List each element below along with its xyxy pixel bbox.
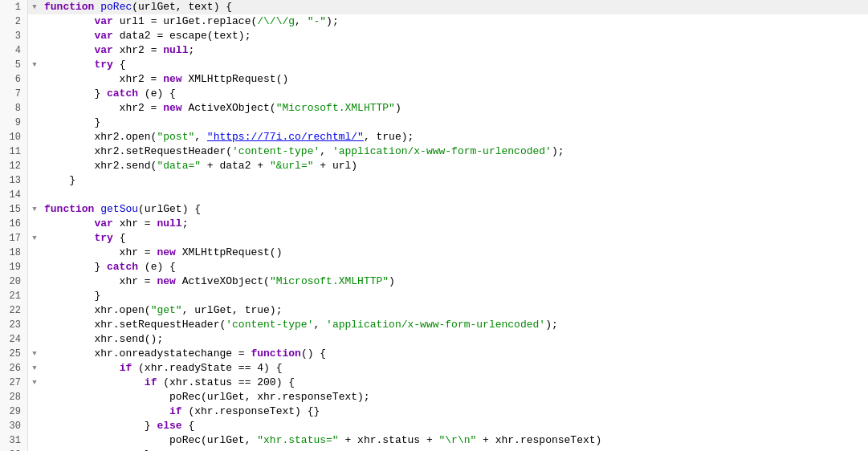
code-line: 12 xhr2.send("data=" + data2 + "&url=" +… xyxy=(0,159,868,173)
code-content: xhr2.setRequestHeader('content-type', 'a… xyxy=(41,144,868,159)
code-line: 30 } else { xyxy=(0,419,868,433)
fold-gutter xyxy=(28,289,41,303)
fold-gutter xyxy=(28,246,41,260)
line-number: 12 xyxy=(0,159,28,173)
code-content: var xhr = null; xyxy=(41,217,868,231)
line-number: 10 xyxy=(0,130,28,144)
code-content: xhr.onreadystatechange = function() { xyxy=(41,347,868,361)
code-content xyxy=(41,188,868,202)
code-content: } xyxy=(41,116,868,130)
fold-gutter xyxy=(28,188,41,202)
code-line: 2 var url1 = urlGet.replace(/\/\/g, "-")… xyxy=(0,14,868,29)
code-content: } xyxy=(41,173,868,188)
line-number: 19 xyxy=(0,260,28,274)
line-number: 21 xyxy=(0,289,28,303)
code-content: xhr = new XMLHttpRequest() xyxy=(41,246,868,260)
code-line: 22 xhr.open("get", urlGet, true); xyxy=(0,303,868,318)
line-number: 13 xyxy=(0,173,28,188)
line-number: 15 xyxy=(0,202,28,217)
fold-gutter xyxy=(28,130,41,144)
code-table: 1▼function poRec(urlGet, text) {2 var ur… xyxy=(0,0,868,451)
code-line: 32 } xyxy=(0,448,868,451)
code-content: var url1 = urlGet.replace(/\/\/g, "-"); xyxy=(41,14,868,29)
code-line: 7 } catch (e) { xyxy=(0,87,868,101)
fold-gutter xyxy=(28,29,41,43)
code-line: 31 poRec(urlGet, "xhr.status=" + xhr.sta… xyxy=(0,433,868,448)
line-number: 11 xyxy=(0,144,28,159)
line-number: 4 xyxy=(0,43,28,58)
code-content: if (xhr.responseText) {} xyxy=(41,404,868,419)
code-content: } xyxy=(41,289,868,303)
code-content: try { xyxy=(41,231,868,246)
line-number: 22 xyxy=(0,303,28,318)
code-content: try { xyxy=(41,58,868,72)
fold-gutter xyxy=(28,144,41,159)
code-content: if (xhr.status == 200) { xyxy=(41,376,868,390)
fold-gutter[interactable]: ▼ xyxy=(28,0,41,14)
line-number: 7 xyxy=(0,87,28,101)
fold-gutter[interactable]: ▼ xyxy=(28,231,41,246)
line-number: 8 xyxy=(0,101,28,116)
code-content: } catch (e) { xyxy=(41,87,868,101)
fold-gutter xyxy=(28,332,41,347)
code-content: } catch (e) { xyxy=(41,260,868,274)
line-number: 6 xyxy=(0,72,28,87)
code-line: 20 xhr = new ActiveXObject("Microsoft.XM… xyxy=(0,274,868,289)
line-number: 27 xyxy=(0,376,28,390)
code-content: var xhr2 = null; xyxy=(41,43,868,58)
fold-gutter xyxy=(28,419,41,433)
fold-gutter xyxy=(28,173,41,188)
code-editor: 1▼function poRec(urlGet, text) {2 var ur… xyxy=(0,0,868,451)
code-line: 25▼ xhr.onreadystatechange = function() … xyxy=(0,347,868,361)
fold-gutter xyxy=(28,72,41,87)
fold-gutter[interactable]: ▼ xyxy=(28,202,41,217)
code-line: 10 xhr2.open("post", "https://77i.co/rec… xyxy=(0,130,868,144)
line-number: 2 xyxy=(0,14,28,29)
code-content: function poRec(urlGet, text) { xyxy=(41,0,868,14)
fold-gutter xyxy=(28,43,41,58)
fold-gutter xyxy=(28,404,41,419)
fold-gutter[interactable]: ▼ xyxy=(28,376,41,390)
line-number: 31 xyxy=(0,433,28,448)
code-line: 24 xhr.send(); xyxy=(0,332,868,347)
code-line: 9 } xyxy=(0,116,868,130)
fold-gutter[interactable]: ▼ xyxy=(28,361,41,376)
code-line: 16 var xhr = null; xyxy=(0,217,868,231)
fold-gutter xyxy=(28,318,41,332)
line-number: 24 xyxy=(0,332,28,347)
code-line: 8 xhr2 = new ActiveXObject("Microsoft.XM… xyxy=(0,101,868,116)
line-number: 18 xyxy=(0,246,28,260)
fold-gutter xyxy=(28,433,41,448)
code-line: 18 xhr = new XMLHttpRequest() xyxy=(0,246,868,260)
code-line: 11 xhr2.setRequestHeader('content-type',… xyxy=(0,144,868,159)
code-content: xhr.setRequestHeader('content-type', 'ap… xyxy=(41,318,868,332)
code-content: xhr.open("get", urlGet, true); xyxy=(41,303,868,318)
code-line: 27▼ if (xhr.status == 200) { xyxy=(0,376,868,390)
line-number: 29 xyxy=(0,404,28,419)
code-content: var data2 = escape(text); xyxy=(41,29,868,43)
line-number: 3 xyxy=(0,29,28,43)
line-number: 5 xyxy=(0,58,28,72)
code-line: 23 xhr.setRequestHeader('content-type', … xyxy=(0,318,868,332)
line-number: 28 xyxy=(0,390,28,404)
code-line: 17▼ try { xyxy=(0,231,868,246)
code-line: 15▼function getSou(urlGet) { xyxy=(0,202,868,217)
fold-gutter xyxy=(28,217,41,231)
fold-gutter[interactable]: ▼ xyxy=(28,58,41,72)
code-content: xhr2 = new ActiveXObject("Microsoft.XMLH… xyxy=(41,101,868,116)
code-content: } xyxy=(41,448,868,451)
fold-gutter xyxy=(28,303,41,318)
code-content: } else { xyxy=(41,419,868,433)
fold-gutter xyxy=(28,101,41,116)
code-content: xhr2.send("data=" + data2 + "&url=" + ur… xyxy=(41,159,868,173)
fold-gutter xyxy=(28,159,41,173)
fold-gutter xyxy=(28,87,41,101)
fold-gutter[interactable]: ▼ xyxy=(28,347,41,361)
line-number: 9 xyxy=(0,116,28,130)
code-line: 13 } xyxy=(0,173,868,188)
fold-gutter xyxy=(28,260,41,274)
code-content: if (xhr.readyState == 4) { xyxy=(41,361,868,376)
line-number: 1 xyxy=(0,0,28,14)
fold-gutter xyxy=(28,274,41,289)
code-line: 14 xyxy=(0,188,868,202)
